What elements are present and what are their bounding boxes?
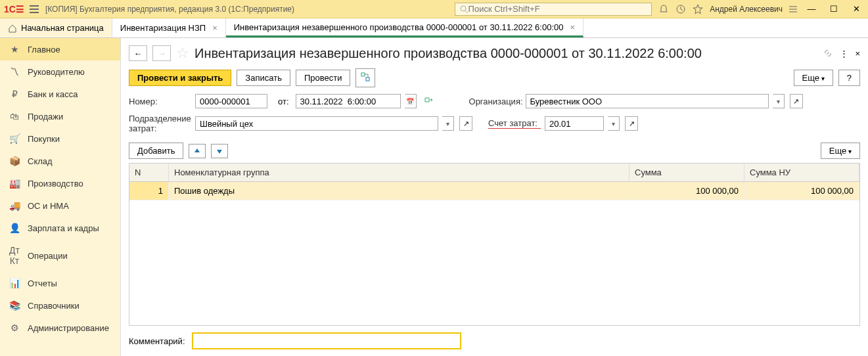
page-title: Инвентаризация незавершенного производст… — [194, 46, 702, 61]
help-button[interactable]: ? — [838, 70, 860, 86]
record-button[interactable]: Записать — [237, 70, 290, 86]
sidebar-item-label: Покупки — [28, 134, 60, 144]
movements-button[interactable] — [355, 68, 375, 87]
sidebar-item-warehouse[interactable]: 📦Склад — [0, 150, 120, 172]
back-button[interactable]: ← — [129, 45, 147, 61]
tab-label: Инвентаризация НЗП — [120, 23, 206, 33]
sidebar-item-label: Отчеты — [28, 278, 57, 288]
sidebar-item-label: Справочники — [28, 301, 80, 311]
sidebar-item-label: Зарплата и кадры — [28, 223, 99, 233]
kebab-icon[interactable]: ⋮ — [840, 49, 848, 58]
table-more-button[interactable]: Еще — [821, 143, 860, 159]
link-icon[interactable] — [823, 48, 833, 58]
factory-icon: 🏭 — [9, 178, 20, 189]
minimize-button[interactable]: — — [804, 4, 819, 14]
menu-icon[interactable] — [30, 5, 39, 13]
th-sum[interactable]: Сумма — [629, 164, 744, 181]
sidebar-item-hr[interactable]: 👤Зарплата и кадры — [0, 217, 120, 239]
sidebar-item-assets[interactable]: 🚚ОС и НМА — [0, 194, 120, 217]
gear-icon: ⚙ — [9, 323, 20, 333]
dept-open-icon[interactable]: ↗ — [459, 116, 472, 131]
user-menu-icon[interactable] — [789, 5, 797, 13]
cell-sum-nu: 100 000,00 — [744, 182, 859, 200]
sidebar-item-label: Администрирование — [28, 323, 109, 333]
tab-inventory-doc[interactable]: Инвентаризация незавершенного производст… — [226, 18, 583, 37]
post-button[interactable]: Провести — [296, 70, 351, 86]
user-name[interactable]: Андрей Алексеевич — [710, 5, 783, 14]
org-label: Организация: — [469, 97, 522, 106]
star-icon: ★ — [9, 44, 20, 55]
cell-sum: 100 000,00 — [629, 182, 744, 200]
sidebar-item-operations[interactable]: Дт КтОперации — [0, 239, 120, 272]
th-n[interactable]: N — [129, 164, 169, 181]
bars-icon: 📊 — [9, 278, 20, 288]
favorite-star-icon[interactable]: ☆ — [176, 45, 189, 62]
tab-label: Инвентаризация незавершенного производст… — [234, 22, 564, 32]
number-field[interactable] — [195, 94, 267, 108]
th-name[interactable]: Номенклатурная группа — [169, 164, 629, 181]
star-icon[interactable] — [693, 4, 703, 14]
svg-point-5 — [677, 5, 685, 13]
org-field[interactable] — [526, 94, 769, 108]
date-ext-icon[interactable] — [422, 94, 435, 108]
bell-icon[interactable] — [658, 4, 669, 14]
svg-rect-10 — [366, 78, 369, 81]
sidebar-item-production[interactable]: 🏭Производство — [0, 172, 120, 194]
dept-dropdown-icon[interactable]: ▾ — [442, 116, 454, 131]
svg-rect-9 — [361, 73, 365, 76]
dept-label: Подразделение затрат: — [129, 114, 191, 133]
post-and-close-button[interactable]: Провести и закрыть — [129, 70, 231, 86]
forward-button[interactable]: → — [152, 45, 171, 61]
move-down-button[interactable] — [211, 144, 228, 158]
date-field[interactable] — [296, 94, 401, 108]
close-button[interactable]: ✕ — [848, 4, 864, 14]
tab-inventory-list[interactable]: Инвентаризация НЗП × — [112, 18, 226, 37]
history-icon[interactable] — [675, 4, 686, 14]
sidebar-item-label: Операции — [28, 251, 68, 261]
sidebar-item-bank[interactable]: ₽Банк и касса — [0, 83, 120, 105]
sidebar-item-sales[interactable]: 🛍Продажи — [0, 105, 120, 127]
book-icon: 📚 — [9, 300, 20, 311]
sidebar-item-admin[interactable]: ⚙Администрирование — [0, 317, 120, 339]
org-dropdown-icon[interactable]: ▾ — [773, 94, 785, 108]
calendar-icon[interactable]: 📅 — [405, 94, 417, 108]
sidebar-item-reports[interactable]: 📊Отчеты — [0, 272, 120, 294]
sidebar: ★Главное 〽Руководителю ₽Банк и касса 🛍Пр… — [0, 38, 121, 356]
th-sum-nu[interactable]: Сумма НУ — [744, 164, 859, 181]
person-icon: 👤 — [9, 223, 20, 233]
tab-home-label: Начальная страница — [21, 23, 104, 33]
close-icon[interactable]: × — [212, 23, 217, 33]
app-title: [КОПИЯ] Бухгалтерия предприятия, редакци… — [45, 5, 294, 14]
acct-open-icon[interactable]: ↗ — [625, 116, 638, 131]
sidebar-item-label: ОС и НМА — [28, 201, 69, 211]
app-logo: 1C☰ — [4, 4, 24, 14]
items-table: N Номенклатурная группа Сумма Сумма НУ 1… — [129, 163, 860, 326]
acct-field[interactable] — [545, 116, 604, 131]
maximize-button[interactable]: ☐ — [826, 4, 842, 14]
home-icon — [8, 24, 17, 33]
sidebar-item-purchases[interactable]: 🛒Покупки — [0, 127, 120, 150]
sidebar-item-main[interactable]: ★Главное — [0, 38, 120, 60]
dept-field[interactable] — [195, 116, 438, 131]
org-open-icon[interactable]: ↗ — [790, 94, 803, 108]
table-row[interactable]: 1 Пошив одежды 100 000,00 100 000,00 — [129, 182, 859, 200]
sidebar-item-ref[interactable]: 📚Справочники — [0, 294, 120, 317]
cart-icon: 🛒 — [9, 133, 20, 144]
sidebar-item-label: Главное — [28, 45, 60, 55]
tab-home[interactable]: Начальная страница — [0, 18, 112, 37]
truck-icon: 🚚 — [9, 200, 20, 211]
close-icon[interactable]: × — [570, 22, 575, 32]
sidebar-item-label: Продажи — [28, 112, 63, 122]
acct-dropdown-icon[interactable]: ▾ — [608, 116, 620, 131]
more-button[interactable]: Еще — [794, 70, 833, 86]
cell-name: Пошив одежды — [169, 182, 629, 200]
bag-icon: 🛍 — [9, 111, 20, 122]
close-doc-icon[interactable]: × — [855, 49, 860, 58]
add-button[interactable]: Добавить — [129, 143, 183, 159]
move-up-button[interactable] — [189, 144, 206, 158]
box-icon: 📦 — [9, 156, 20, 166]
sidebar-item-manager[interactable]: 〽Руководителю — [0, 60, 120, 83]
search-input[interactable] — [455, 3, 652, 16]
comment-field[interactable] — [192, 332, 461, 349]
from-label: от: — [278, 97, 289, 106]
